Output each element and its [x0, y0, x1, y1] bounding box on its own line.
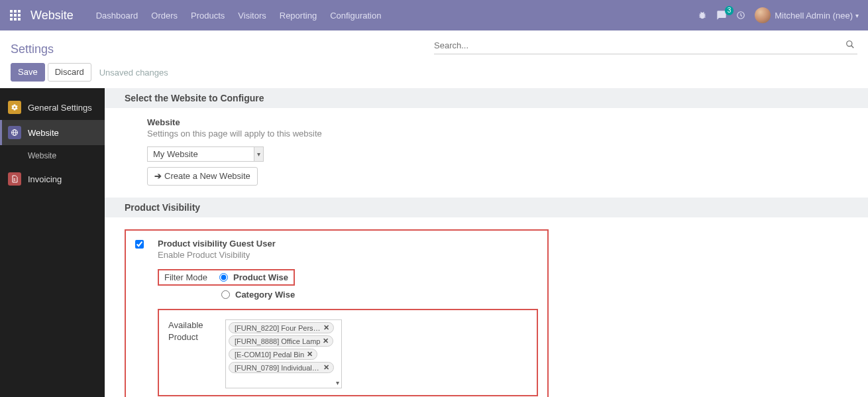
svg-line-11 — [851, 46, 854, 48]
activities-icon[interactable] — [736, 11, 745, 20]
website-field-label: Website — [147, 117, 598, 127]
svg-rect-6 — [10, 18, 13, 21]
product-tag: [FURN_8220] Four Person … ✕ — [229, 322, 334, 333]
sidebar-label-website-child: Website — [28, 151, 56, 160]
invoice-icon: $ — [8, 172, 21, 186]
tag-remove-icon[interactable]: ✕ — [323, 323, 329, 332]
gear-icon — [8, 101, 21, 114]
visibility-sub: Enable Product Visibility — [158, 250, 538, 260]
section-head-visibility: Product Visibility — [105, 198, 868, 217]
tag-remove-icon[interactable]: ✕ — [307, 350, 313, 359]
sidebar-subitem-website[interactable]: Website — [0, 145, 105, 166]
chevron-down-icon: ▾ — [254, 147, 263, 161]
sidebar-item-invoicing[interactable]: $ Invoicing — [0, 166, 105, 192]
tag-remove-icon[interactable]: ✕ — [323, 337, 329, 345]
svg-rect-8 — [18, 18, 21, 21]
sidebar-item-general[interactable]: General Settings — [0, 95, 105, 120]
nav-orders[interactable]: Orders — [144, 1, 184, 30]
website-select[interactable]: My Website ▾ — [147, 146, 264, 162]
radio-category-wise-label[interactable]: Category Wise — [235, 290, 295, 300]
highlight-visibility-block: Product visibility Guest User Enable Pro… — [125, 229, 549, 397]
svg-rect-0 — [10, 10, 13, 13]
sidebar-label-invoicing: Invoicing — [28, 174, 62, 184]
create-website-label: Create a New Website — [164, 170, 250, 182]
messages-icon[interactable]: 3 — [716, 10, 727, 21]
arrow-right-icon: ➔ — [154, 170, 162, 182]
main: General Settings Website Website $ Invoi… — [0, 88, 868, 397]
sidebar-label-website: Website — [28, 128, 59, 138]
unsaved-status: Unsaved changes — [99, 68, 168, 78]
apps-launcher[interactable] — [5, 5, 25, 25]
settings-content: Select the Website to Configure Website … — [105, 88, 868, 397]
nav-visitors[interactable]: Visitors — [231, 1, 272, 30]
radio-product-wise-label[interactable]: Product Wise — [233, 272, 288, 282]
search-icon[interactable] — [843, 40, 857, 51]
product-tag: [FURN_0789] Individual Wo… ✕ — [229, 362, 334, 373]
section-head-select-website: Select the Website to Configure — [105, 88, 868, 108]
svg-rect-2 — [18, 10, 21, 13]
discard-button[interactable]: Discard — [48, 63, 91, 82]
available-product-label: Available Product — [168, 319, 212, 343]
apps-grid-icon — [10, 10, 21, 21]
radio-product-wise[interactable] — [219, 273, 228, 282]
debug-icon[interactable] — [698, 11, 707, 20]
nav-products[interactable]: Products — [184, 1, 231, 30]
highlight-filter-mode: Filter Mode Product Wise — [158, 269, 295, 286]
user-menu[interactable]: Mitchell Admin (nee) ▾ — [755, 7, 859, 23]
website-select-value: My Website — [153, 149, 198, 159]
svg-rect-4 — [14, 14, 17, 17]
radio-category-wise[interactable] — [221, 290, 230, 299]
visibility-title: Product visibility Guest User — [158, 239, 538, 249]
svg-rect-1 — [14, 10, 17, 13]
search-bar[interactable] — [434, 37, 857, 54]
svg-rect-3 — [10, 14, 13, 17]
app-brand[interactable]: Website — [28, 9, 89, 23]
available-product-tagbox[interactable]: [FURN_8220] Four Person … ✕ [FURN_8888] … — [225, 319, 342, 388]
website-field-sub: Settings on this page will apply to this… — [147, 129, 598, 139]
top-menu: Dashboard Orders Products Visitors Repor… — [89, 1, 388, 30]
systray: 3 Mitchell Admin (nee) ▾ — [698, 7, 863, 23]
control-panel: Settings Save Discard Unsaved changes — [0, 30, 868, 88]
avatar — [755, 7, 771, 23]
svg-point-10 — [847, 41, 852, 46]
svg-rect-5 — [18, 14, 21, 17]
save-button[interactable]: Save — [11, 63, 45, 82]
search-input[interactable] — [434, 40, 843, 50]
nav-reporting[interactable]: Reporting — [273, 1, 323, 30]
settings-sidebar: General Settings Website Website $ Invoi… — [0, 88, 105, 397]
sidebar-item-website[interactable]: Website — [0, 120, 105, 145]
sidebar-label-general: General Settings — [28, 103, 92, 113]
top-navbar: Website Dashboard Orders Products Visito… — [0, 0, 868, 30]
nav-dashboard[interactable]: Dashboard — [89, 1, 145, 30]
tag-remove-icon[interactable]: ✕ — [323, 363, 329, 372]
svg-text:$: $ — [14, 178, 16, 182]
user-name: Mitchell Admin (nee) — [775, 11, 853, 21]
nav-configuration[interactable]: Configuration — [323, 1, 388, 30]
page-title: Settings — [11, 37, 434, 56]
visibility-checkbox[interactable] — [135, 240, 144, 249]
globe-icon — [8, 126, 21, 139]
product-tag: [FURN_8888] Office Lamp ✕ — [229, 335, 333, 347]
product-tag: [E-COM10] Pedal Bin ✕ — [229, 349, 317, 360]
tag-dropdown-caret[interactable]: ▾ — [336, 379, 339, 386]
highlight-available-products: Available Product [FURN_8220] Four Perso… — [158, 309, 538, 396]
messages-badge: 3 — [725, 6, 734, 15]
svg-rect-7 — [14, 18, 17, 21]
chevron-down-icon: ▾ — [855, 12, 859, 19]
create-website-button[interactable]: ➔ Create a New Website — [147, 167, 258, 186]
filter-mode-label: Filter Mode — [164, 272, 207, 282]
